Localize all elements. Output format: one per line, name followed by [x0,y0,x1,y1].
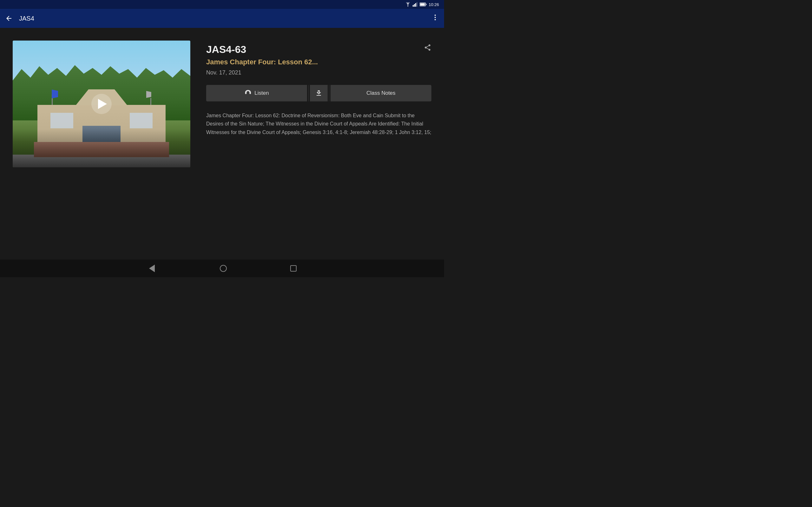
svg-rect-1 [413,5,414,7]
more-options-button[interactable] [432,14,439,23]
download-icon [315,89,322,97]
back-button[interactable] [5,14,13,22]
button-divider-2 [329,85,329,101]
nav-square-button[interactable] [290,265,297,272]
headphones-icon [244,90,251,97]
video-shadow [13,129,190,167]
flag-right [146,91,151,98]
svg-point-9 [435,17,436,18]
svg-rect-7 [426,4,426,5]
description-text: James Chapter Four: Lesson 62: Doctrine … [206,112,432,136]
nav-back-button[interactable] [148,264,156,273]
status-icons: 10:26 [405,2,439,7]
listen-button[interactable]: Listen [206,85,307,101]
flag-left [52,90,58,99]
lesson-title: James Chapter Four: Lesson 62... [206,58,432,66]
svg-point-0 [408,6,408,7]
nav-back-icon [149,265,155,272]
bottom-nav [0,260,444,277]
status-bar: 10:26 [0,0,444,9]
svg-rect-6 [420,3,425,6]
svg-rect-4 [416,2,417,7]
share-button[interactable] [424,44,432,53]
action-buttons: Listen Class Notes [206,85,432,101]
lesson-date: Nov. 17, 2021 [206,69,432,76]
svg-point-8 [435,14,436,16]
play-icon [98,99,107,109]
wifi-icon [405,2,411,7]
nav-home-button[interactable] [220,265,227,272]
class-notes-label: Class Notes [366,90,396,96]
svg-rect-3 [415,3,416,7]
info-panel: JAS4-63 James Chapter Four: Lesson 62...… [206,41,432,247]
app-bar: JAS4 [0,9,444,28]
status-time: 10:26 [428,2,439,7]
svg-rect-2 [414,4,415,7]
app-bar-title: JAS4 [19,15,432,22]
play-button[interactable] [91,94,112,114]
download-button[interactable] [310,85,328,101]
class-notes-button[interactable]: Class Notes [331,85,432,101]
button-divider [308,85,309,101]
listen-label: Listen [254,90,269,96]
signal-icon [413,2,418,7]
video-thumbnail[interactable] [13,41,190,167]
battery-icon [420,3,426,6]
svg-point-10 [435,19,436,20]
lesson-id: JAS4-63 [206,44,432,55]
main-content: JAS4-63 James Chapter Four: Lesson 62...… [0,28,444,260]
